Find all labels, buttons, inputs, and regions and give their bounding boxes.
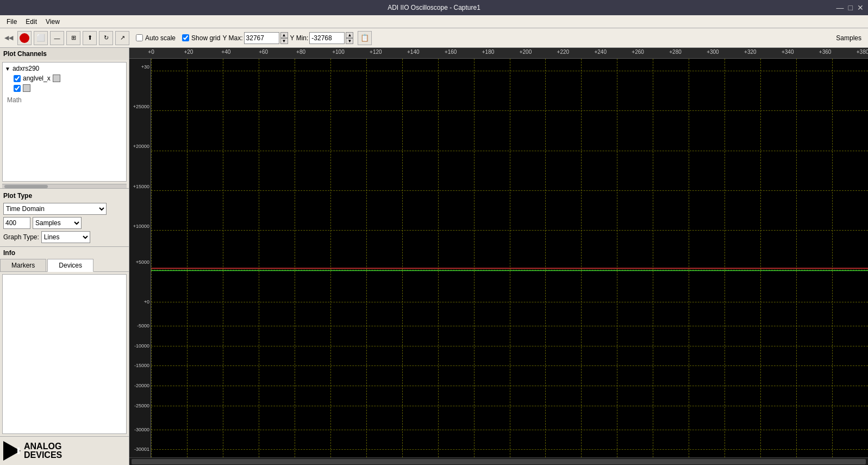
v-grid-line-8 — [438, 59, 439, 457]
ymax-down[interactable]: ▼ — [280, 38, 288, 44]
x-tick-6: +120 — [370, 49, 382, 55]
v-grid-line-3 — [259, 59, 259, 457]
minus-button[interactable]: — — [50, 31, 64, 45]
logo-line1: ANALOG — [24, 442, 62, 451]
v-grid-line-0 — [151, 59, 152, 457]
logo-bar — [17, 448, 20, 454]
x-tick-18: +360 — [819, 49, 832, 55]
channel-color-2[interactable] — [23, 84, 30, 92]
samples-label: Samples — [836, 34, 866, 42]
y-tick-11: -25000 — [134, 403, 149, 408]
v-grid-line-16 — [725, 59, 725, 457]
x-tick-14: +280 — [669, 49, 682, 55]
plot-channels-title: Plot Channels — [0, 48, 129, 60]
settings-button[interactable]: ⊞ — [66, 31, 80, 45]
x-tick-16: +320 — [744, 49, 757, 55]
h-scrollbar[interactable] — [129, 457, 868, 465]
menu-file[interactable]: File — [2, 17, 21, 27]
channels-hscrollbar[interactable] — [2, 184, 127, 188]
device-expand-icon[interactable]: ▼ — [5, 66, 10, 72]
channel-group-adxrs290: ▼ adxrs290 anglvel_x — [3, 63, 126, 94]
refresh-button[interactable]: ↻ — [99, 31, 113, 45]
ymax-input[interactable] — [244, 32, 279, 44]
close-button[interactable]: ✕ — [857, 3, 864, 12]
ymax-spinner[interactable]: ▲ ▼ — [280, 32, 288, 44]
maximize-button[interactable]: □ — [848, 3, 853, 12]
record-button[interactable] — [17, 31, 32, 45]
y-tick-6: +0 — [144, 299, 149, 305]
v-grid-line-19 — [832, 59, 833, 457]
window-controls[interactable]: — □ ✕ — [836, 3, 864, 12]
logo: ANALOG DEVICES — [3, 441, 62, 461]
copy-button[interactable]: ⬜ — [34, 31, 48, 45]
samples-count-input[interactable] — [3, 217, 30, 229]
y-tick-9: -15000 — [134, 363, 149, 368]
channel-checkbox-2[interactable] — [14, 85, 21, 92]
plot-area: +0+20+40+60+80+100+120+140+160+180+200+2… — [129, 48, 868, 465]
v-grid-line-2 — [223, 59, 223, 457]
plot-inner: +30+25000+20000+15000+10000+5000+0-5000-… — [129, 59, 868, 457]
x-tick-1: +20 — [184, 49, 193, 55]
ymin-down[interactable]: ▼ — [346, 38, 353, 44]
toolbar: ◀◀ ⬜ — ⊞ ⬆ ↻ ↗ Auto scale Show grid Y Ma… — [0, 28, 868, 48]
info-content[interactable] — [2, 274, 127, 434]
ymin-input[interactable] — [309, 32, 345, 44]
y-axis: +30+25000+20000+15000+10000+5000+0-5000-… — [129, 59, 151, 457]
left-panel: Plot Channels ▼ adxrs290 anglvel_x — [0, 48, 129, 465]
x-tick-15: +300 — [707, 49, 719, 55]
tab-markers[interactable]: Markers — [0, 259, 46, 271]
channels-list[interactable]: ▼ adxrs290 anglvel_x Math — [2, 62, 127, 182]
minimize-button[interactable]: — — [836, 3, 844, 12]
plot-type-section: Plot Type Time Domain Samples Seconds Gr… — [0, 189, 129, 247]
plot-type-select[interactable]: Time Domain — [3, 203, 107, 215]
toolbar-skip-icon: ◀◀ — [2, 34, 15, 41]
title-bar: ADI IIO Oscilloscope - Capture1 — □ ✕ — [0, 0, 868, 15]
menu-view[interactable]: View — [41, 17, 64, 27]
v-grid-line-12 — [581, 59, 582, 457]
x-tick-0: +0 — [148, 49, 154, 55]
x-tick-17: +340 — [782, 49, 794, 55]
channel-checkbox-anglvel-x[interactable] — [14, 75, 21, 82]
canvas-area[interactable] — [151, 59, 868, 457]
showgrid-checkbox[interactable] — [182, 34, 189, 41]
y-tick-1: +25000 — [133, 104, 149, 109]
autoscale-group: Auto scale — [136, 34, 176, 42]
v-grid-line-4 — [295, 59, 295, 457]
v-grid-line-13 — [617, 59, 617, 457]
v-grid-line-18 — [796, 59, 797, 457]
graph-type-row: Graph Type: Lines Dots Steps — [3, 231, 126, 243]
v-grid-line-11 — [545, 59, 546, 457]
y-tick-12: -30000 — [134, 427, 149, 432]
channel-name-anglvel-x: anglvel_x — [23, 75, 51, 82]
plot-type-title: Plot Type — [3, 192, 126, 200]
ymin-up[interactable]: ▲ — [346, 32, 353, 38]
tab-devices[interactable]: Devices — [47, 259, 93, 272]
main-content: Plot Channels ▼ adxrs290 anglvel_x — [0, 48, 868, 465]
ymax-group: Y Max: ▲ ▼ — [222, 32, 288, 44]
samples-row: Samples Seconds — [3, 217, 126, 229]
channel-color-anglvel-x[interactable] — [53, 75, 60, 82]
v-grid-line-14 — [653, 59, 653, 457]
autoscale-checkbox[interactable] — [136, 34, 143, 41]
menu-edit[interactable]: Edit — [21, 17, 41, 27]
y-tick-8: -10000 — [134, 343, 149, 349]
samples-unit-select[interactable]: Samples Seconds — [33, 217, 82, 229]
graph-type-select[interactable]: Lines Dots Steps — [41, 231, 90, 243]
device-name: adxrs290 — [13, 65, 39, 72]
x-tick-5: +100 — [332, 49, 345, 55]
y-tick-2: +20000 — [133, 144, 149, 149]
ymin-spinner[interactable]: ▲ ▼ — [346, 32, 353, 44]
zoom-button[interactable]: ↗ — [115, 31, 129, 45]
x-tick-11: +220 — [557, 49, 570, 55]
y-tick-4: +10000 — [133, 224, 149, 229]
ymin-group: Y Min: ▲ ▼ — [290, 32, 354, 44]
y-tick-10: -20000 — [134, 383, 149, 388]
ymax-up[interactable]: ▲ — [280, 32, 288, 38]
x-tick-19: +380 — [857, 49, 868, 55]
logo-area: ANALOG DEVICES — [0, 436, 129, 465]
x-tick-12: +240 — [594, 49, 607, 55]
export-button[interactable]: ⬆ — [83, 31, 97, 45]
x-tick-3: +60 — [259, 49, 268, 55]
copy2-button[interactable]: 📋 — [358, 31, 372, 45]
info-section: Info Markers Devices — [0, 247, 129, 436]
